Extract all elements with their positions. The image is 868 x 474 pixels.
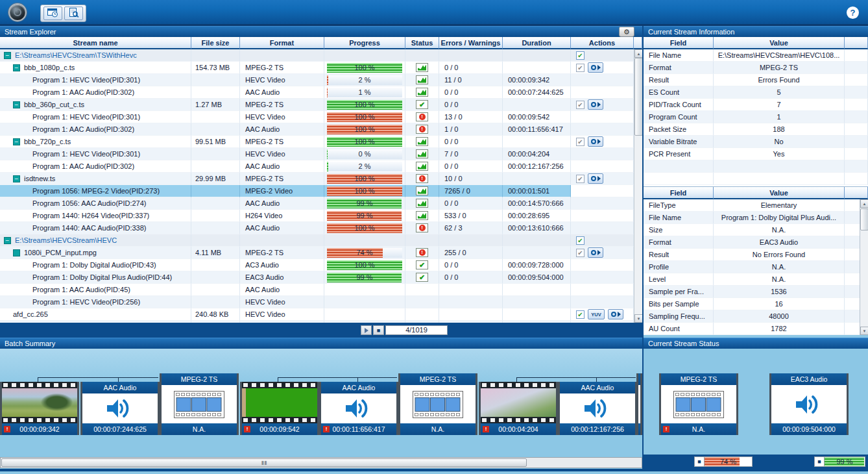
file-info-row[interactable]: FormatMPEG-2 TS: [644, 62, 868, 74]
status-error-icon[interactable]: [416, 125, 428, 134]
table-row[interactable]: Program 1: HEVC Video(PID:301)HEVC Video…: [0, 148, 634, 160]
stream-detail-row[interactable]: LevelN.A.: [644, 273, 868, 286]
analyze-play-button[interactable]: [588, 247, 603, 258]
table-row[interactable]: Program 1: AAC Audio(PID:302)AAC Audio2 …: [0, 160, 634, 173]
enable-checkbox[interactable]: ✔: [576, 249, 585, 257]
table-row[interactable]: Program 1: AAC Audio(PID:302)AAC Audio10…: [0, 123, 634, 136]
file-info-row[interactable]: PCR PresentYes: [644, 148, 868, 160]
collapse-minus-icon[interactable]: −: [13, 175, 20, 182]
thumbnail-partial[interactable]: !: [636, 373, 642, 435]
status-error-icon[interactable]: [416, 248, 428, 257]
file-info-row[interactable]: PID/Track Count7: [644, 99, 868, 111]
enable-checkbox[interactable]: ✔: [576, 175, 585, 183]
status-chart-icon[interactable]: [416, 211, 428, 220]
stop-analysis-button[interactable]: ■: [694, 456, 705, 467]
status-error-icon[interactable]: [416, 223, 428, 232]
file-info-row[interactable]: Variable BitrateNo: [644, 136, 868, 148]
field-column-header[interactable]: Field: [644, 187, 714, 199]
audio-thumbnail[interactable]: AAC Audio00:00:12:167:256: [558, 382, 637, 435]
video-thumbnail[interactable]: 00:00:09:542!: [240, 382, 319, 435]
status-error-icon[interactable]: [416, 112, 428, 121]
status-error-icon[interactable]: [416, 174, 428, 183]
stop-analysis-button[interactable]: ■: [814, 456, 825, 467]
column-header-status[interactable]: Status: [405, 37, 439, 49]
table-row[interactable]: Program 1: HEVC Video(PID:301)HEVC Video…: [0, 111, 634, 123]
audio-thumbnail[interactable]: AAC Audio00:00:07:244:625: [80, 382, 160, 435]
status-chart-icon[interactable]: [416, 162, 428, 171]
stream-table-scrollbar[interactable]: ▲ ▼: [634, 49, 642, 323]
scrollbar-thumb[interactable]: [860, 208, 868, 231]
file-info-row[interactable]: Program Count1: [644, 111, 868, 123]
table-row[interactable]: Program 1: AAC Audio(PID:302)AAC Audio1 …: [0, 86, 634, 99]
status-ok-icon[interactable]: [416, 100, 428, 109]
audio-thumbnail[interactable]: AAC Audio00:00:11:656:417!: [319, 382, 398, 435]
value-column-header[interactable]: Value: [714, 37, 845, 49]
stream-detail-row[interactable]: Sampling Frequ...48000: [644, 310, 868, 323]
analyze-play-button[interactable]: [608, 309, 623, 319]
audio-thumbnail[interactable]: EAC3 Audio00:00:09:504:000: [769, 373, 849, 435]
value-column-header[interactable]: Value: [714, 187, 845, 199]
table-row[interactable]: Program 1440: H264 Video(PID:337)H264 Vi…: [0, 210, 634, 222]
table-row[interactable]: Program 1: Dolby Digital Plus Audio(PID:…: [0, 271, 634, 284]
analyze-play-button[interactable]: [588, 173, 603, 184]
table-row[interactable]: −bbb_360p_cut_c.ts1.27 MBMPEG-2 TS100 %0…: [0, 99, 634, 111]
enable-checkbox-checked[interactable]: ✔: [576, 310, 585, 319]
table-row[interactable]: −E:\Streams\HEVCStream\HEVC✔: [0, 234, 634, 247]
stream-detail-row[interactable]: AU Count1782: [644, 323, 868, 335]
column-header-stream-name[interactable]: Stream name: [0, 37, 191, 49]
stream-detail-row[interactable]: File NameProgram 1: Dolby Digital Plus A…: [644, 212, 868, 224]
table-row[interactable]: −1080i_PCM_input.mpg4.11 MBMPEG-2 TS74 %…: [0, 247, 634, 259]
collapse-minus-icon[interactable]: −: [13, 138, 20, 145]
video-thumbnail[interactable]: 00:00:04:204!: [479, 382, 558, 435]
table-row[interactable]: Program 1: HEVC Video(PID:301)HEVC Video…: [0, 74, 634, 86]
ts-file-thumbnail[interactable]: MPEG-2 TSN.A.: [398, 373, 477, 435]
stream-detail-row[interactable]: ResultNo Errors Found: [644, 249, 868, 261]
batch-analysis-view-button[interactable]: [43, 6, 62, 20]
file-info-row[interactable]: ES Count5: [644, 86, 868, 99]
collapsed-node-icon[interactable]: −: [13, 249, 20, 256]
scroll-up-icon[interactable]: ▲: [860, 199, 868, 208]
video-thumbnail[interactable]: 00:00:09:342!: [0, 382, 79, 435]
info-table-scrollbar[interactable]: ▲ ▼: [860, 199, 868, 335]
table-row[interactable]: Program 1: Dolby Digital Audio(PID:43)AC…: [0, 259, 634, 271]
status-chart-icon[interactable]: [416, 137, 428, 146]
stream-detail-row[interactable]: FileTypeElementary: [644, 199, 868, 212]
column-header-duration[interactable]: Duration: [503, 37, 571, 49]
analyze-play-button[interactable]: [588, 62, 603, 73]
stop-button[interactable]: ■: [373, 325, 384, 335]
status-chart-icon[interactable]: [416, 186, 428, 195]
status-chart-icon[interactable]: [416, 63, 428, 72]
file-info-row[interactable]: Packet Size188: [644, 123, 868, 136]
play-button[interactable]: [361, 325, 372, 335]
enable-checkbox[interactable]: ✔: [576, 101, 585, 109]
status-chart-icon[interactable]: [416, 75, 428, 84]
column-header-progress[interactable]: Progress: [324, 37, 405, 49]
stream-detail-row[interactable]: ProfileN.A.: [644, 261, 868, 273]
yuv-export-button[interactable]: YUV: [588, 309, 605, 319]
table-row[interactable]: Program 1440: AAC Audio(PID:338)AAC Audi…: [0, 222, 634, 234]
stream-detail-row[interactable]: FormatEAC3 Audio: [644, 236, 868, 249]
stream-detail-row[interactable]: SizeN.A.: [644, 224, 868, 236]
stream-detail-row[interactable]: Bits per Sample16: [644, 298, 868, 310]
analyze-play-button[interactable]: [588, 99, 603, 110]
analyze-play-button[interactable]: [588, 136, 603, 147]
column-header-actions[interactable]: Actions: [571, 37, 634, 49]
collapse-minus-icon[interactable]: −: [4, 52, 11, 59]
scroll-down-icon[interactable]: ▼: [860, 327, 868, 335]
ts-file-thumbnail[interactable]: MPEG-2 TSN.A.!: [659, 373, 738, 435]
collapse-minus-icon[interactable]: −: [4, 237, 11, 244]
table-row[interactable]: Program 1056: AAC Audio(PID:274)AAC Audi…: [0, 197, 634, 210]
table-row[interactable]: Program 1: AAC Audio(PID:45)AAC Audio: [0, 284, 634, 296]
enable-checkbox-checked[interactable]: ✔: [576, 236, 585, 245]
table-row[interactable]: −bbb_1080p_c.ts154.73 MBMPEG-2 TS100 %0 …: [0, 62, 634, 74]
file-info-row[interactable]: File NameE:\Streams\HEVCStream\HEVC\108.…: [644, 49, 868, 62]
status-ok-icon[interactable]: [416, 273, 428, 282]
stream-inspect-view-button[interactable]: [64, 6, 83, 20]
enable-checkbox[interactable]: ✔: [576, 138, 585, 146]
column-header-format[interactable]: Format: [240, 37, 324, 49]
file-info-row[interactable]: ResultErrors Found: [644, 74, 868, 86]
batch-horizontal-scrollbar[interactable]: ▮▮: [0, 457, 642, 468]
hscrollbar-thumb[interactable]: ▮▮: [1, 458, 527, 467]
collapse-minus-icon[interactable]: −: [13, 101, 20, 108]
enable-checkbox-checked[interactable]: ✔: [576, 51, 585, 60]
